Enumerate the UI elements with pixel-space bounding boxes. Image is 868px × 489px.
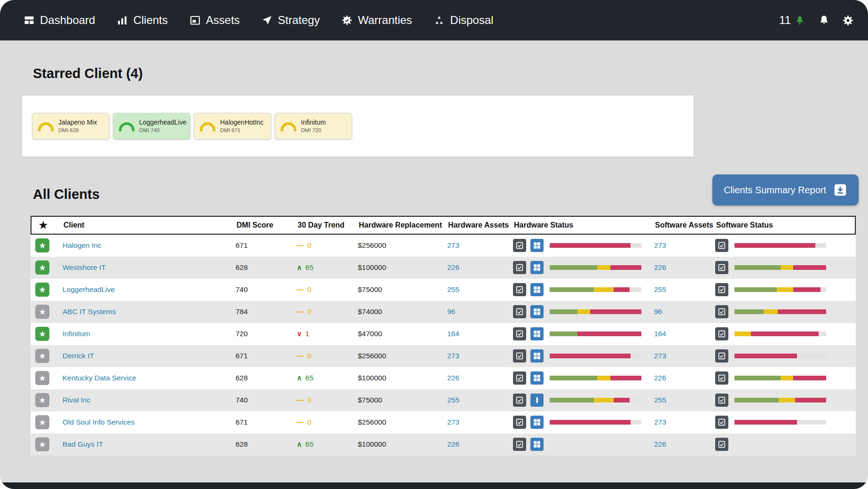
- grid-icon-button[interactable]: [530, 283, 544, 296]
- nav-item-dashboard[interactable]: Dashboard: [24, 14, 95, 27]
- client-link[interactable]: Old Soul Info Services: [63, 418, 134, 426]
- software-assets-link[interactable]: 273: [654, 352, 666, 360]
- software-assets-link[interactable]: 273: [654, 241, 666, 250]
- grid-icon-button[interactable]: [530, 349, 544, 363]
- check-icon-button[interactable]: [513, 371, 526, 385]
- client-link[interactable]: Kentucky Data Service: [63, 374, 136, 382]
- check-icon-button[interactable]: [715, 239, 728, 252]
- star-toggle[interactable]: ★: [35, 260, 49, 275]
- starred-client-card[interactable]: Jalapeno MixDMI 628: [32, 113, 110, 140]
- grid-icon-button[interactable]: [530, 327, 544, 340]
- client-link[interactable]: Derrick IT: [63, 352, 94, 360]
- check-icon-button[interactable]: [513, 261, 526, 274]
- software-assets-link[interactable]: 255: [654, 396, 666, 404]
- nav-item-assets[interactable]: Assets: [189, 14, 240, 27]
- nav-item-disposal[interactable]: Disposal: [434, 14, 493, 27]
- check-icon-button[interactable]: [513, 438, 526, 451]
- table-row: ★Derrick IT671—0$256000273273: [31, 345, 856, 367]
- client-link[interactable]: Bad Guys IT: [63, 440, 103, 449]
- grid-icon-button[interactable]: [530, 305, 544, 318]
- starred-client-card[interactable]: HalogenHotIncDMI 671: [194, 113, 271, 140]
- client-link[interactable]: ABC IT Systems: [63, 308, 116, 316]
- dmi-score: 628: [233, 440, 294, 449]
- check-icon-button[interactable]: [715, 261, 728, 274]
- card-dmi-label: DMI 628: [58, 127, 97, 134]
- col-header-client: Client: [55, 221, 234, 229]
- grid-icon-button[interactable]: [530, 416, 544, 429]
- main-content: Starred Client (4) Jalapeno MixDMI 628Lo…: [0, 66, 868, 456]
- check-icon-button[interactable]: [513, 349, 526, 363]
- nav-item-strategy[interactable]: Strategy: [261, 14, 320, 27]
- client-link[interactable]: Infinitum: [63, 330, 90, 338]
- hardware-assets-link[interactable]: 226: [447, 374, 459, 382]
- check-icon-button[interactable]: [513, 416, 526, 429]
- starred-client-card[interactable]: InfinitumDMI 720: [275, 113, 352, 140]
- hardware-assets-link[interactable]: 273: [447, 352, 459, 360]
- hardware-assets-link[interactable]: 273: [447, 241, 459, 250]
- bell-icon[interactable]: [818, 15, 830, 26]
- star-toggle[interactable]: ★: [35, 327, 49, 341]
- software-status-cell: [712, 239, 856, 252]
- check-icon-button[interactable]: [513, 283, 526, 296]
- starred-client-card[interactable]: LoggerheadLiveDMI 740: [113, 113, 190, 140]
- client-link[interactable]: Westshore IT: [63, 263, 106, 272]
- check-icon-button[interactable]: [715, 394, 728, 407]
- client-link[interactable]: Rival Inc: [63, 396, 90, 404]
- grid-icon-button[interactable]: [530, 438, 544, 451]
- dmi-score: 671: [233, 418, 294, 426]
- star-toggle[interactable]: ★: [35, 393, 49, 407]
- check-icon-button[interactable]: [715, 349, 728, 363]
- software-assets-link[interactable]: 226: [654, 374, 666, 382]
- software-assets-link[interactable]: 226: [654, 440, 666, 449]
- status-bar: [550, 243, 641, 248]
- hardware-assets-link[interactable]: 255: [447, 396, 459, 404]
- software-assets-link[interactable]: 255: [654, 285, 666, 294]
- star-toggle[interactable]: ★: [35, 283, 49, 297]
- hardware-assets-link[interactable]: 273: [447, 418, 459, 426]
- hardware-assets-link[interactable]: 164: [447, 330, 459, 338]
- check-icon-button[interactable]: [513, 239, 526, 252]
- nav-item-clients[interactable]: Clients: [117, 14, 167, 27]
- software-assets-link[interactable]: 96: [654, 308, 662, 316]
- check-icon-button[interactable]: [715, 283, 728, 296]
- table-row: ★Infinitum720∨1$47000164164: [31, 323, 856, 345]
- software-assets-link[interactable]: 226: [654, 263, 666, 272]
- starred-clients-title: Starred Client (4): [33, 66, 857, 81]
- hardware-assets-link[interactable]: 226: [447, 263, 459, 272]
- grid-icon-button[interactable]: [530, 371, 544, 385]
- star-toggle[interactable]: ★: [35, 349, 49, 363]
- trend-down-icon: ∨: [297, 330, 302, 338]
- check-icon-button[interactable]: [513, 327, 526, 340]
- hardware-assets-link[interactable]: 255: [447, 285, 459, 294]
- client-link[interactable]: Halogen Inc: [63, 241, 102, 250]
- badge-icon[interactable]: [842, 15, 854, 26]
- star-toggle[interactable]: ★: [35, 437, 49, 451]
- grid-icon-button[interactable]: [530, 261, 544, 274]
- hardware-replacement: $256000: [355, 352, 444, 360]
- bar-icon-button[interactable]: [530, 394, 544, 407]
- download-icon: [833, 183, 847, 197]
- dmi-score: 740: [233, 285, 294, 294]
- hardware-assets-link[interactable]: 96: [447, 308, 455, 316]
- check-icon-button[interactable]: [715, 371, 728, 385]
- star-toggle[interactable]: ★: [35, 238, 49, 252]
- check-icon-button[interactable]: [513, 394, 526, 407]
- grid-icon-button[interactable]: [530, 239, 544, 252]
- hardware-assets-link[interactable]: 226: [447, 440, 459, 449]
- check-icon-button[interactable]: [513, 305, 526, 318]
- software-assets-link[interactable]: 164: [654, 330, 666, 338]
- client-link[interactable]: LoggerheadLive: [63, 285, 115, 294]
- star-toggle[interactable]: ★: [35, 371, 49, 385]
- tree-counter[interactable]: 11: [779, 14, 806, 27]
- hardware-status-cell: [510, 416, 651, 429]
- check-icon-button[interactable]: [715, 416, 728, 429]
- check-icon-button[interactable]: [715, 438, 728, 451]
- clients-summary-report-button[interactable]: Clients Summary Report: [712, 174, 859, 205]
- check-icon-button[interactable]: [715, 327, 728, 340]
- nav-item-warranties[interactable]: Warranties: [341, 14, 412, 27]
- star-toggle[interactable]: ★: [35, 415, 49, 429]
- star-toggle[interactable]: ★: [35, 305, 49, 319]
- status-bar: [734, 420, 826, 425]
- software-assets-link[interactable]: 273: [654, 418, 666, 426]
- check-icon-button[interactable]: [715, 305, 728, 318]
